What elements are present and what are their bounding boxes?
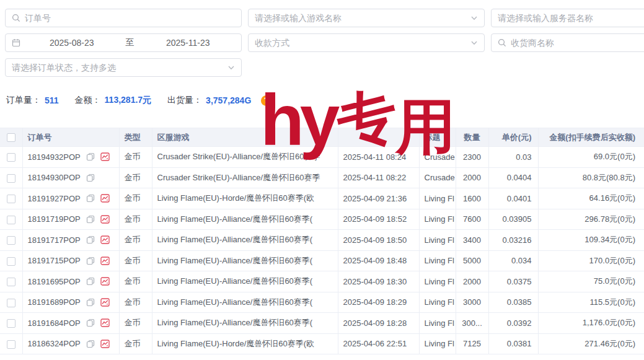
image-icon[interactable] xyxy=(100,277,110,286)
order-time: 2025-04-09 18:28 xyxy=(338,313,419,334)
copy-icon[interactable] xyxy=(86,235,95,244)
order-type: 金币 xyxy=(119,209,152,230)
order-number: 18191684POP xyxy=(28,318,81,328)
copy-icon[interactable] xyxy=(86,298,95,307)
image-icon[interactable] xyxy=(100,235,110,244)
image-icon[interactable] xyxy=(100,257,110,265)
unit-price: 0.03905 xyxy=(488,209,538,230)
merchant-name-input[interactable] xyxy=(511,38,644,48)
row-checkbox[interactable] xyxy=(7,319,15,328)
order-number-search[interactable] xyxy=(5,9,242,27)
table-row: 18191684POP 金币 Living Flame(EU)-Alliance… xyxy=(0,313,644,334)
order-status-input[interactable] xyxy=(12,63,223,72)
copy-icon[interactable] xyxy=(86,340,95,348)
game-name-select[interactable] xyxy=(248,9,485,27)
chevron-down-icon[interactable] xyxy=(470,39,478,46)
quantity: 5000 xyxy=(456,250,488,271)
copy-icon[interactable] xyxy=(86,318,95,327)
row-checkbox[interactable] xyxy=(7,340,15,349)
copy-icon[interactable] xyxy=(86,194,95,203)
table-row: 18191717POP 金币 Living Flame(EU)-Alliance… xyxy=(0,230,644,251)
merchant-name-search[interactable] xyxy=(491,33,644,52)
shipment-label: 出货量： xyxy=(167,95,202,106)
order-type: 金币 xyxy=(119,292,152,313)
table-row: 18194932POP 金币 Crusader Strike(EU)-Allia… xyxy=(0,147,644,168)
chevron-down-icon[interactable] xyxy=(470,14,478,22)
row-checkbox[interactable] xyxy=(7,257,15,266)
server-name-input[interactable] xyxy=(498,13,644,23)
col-amount: 金额(扣手续费后实收额) xyxy=(538,128,644,147)
order-title: Living Fl xyxy=(419,333,456,354)
image-icon[interactable] xyxy=(100,298,110,307)
amount: 271.46元(0元) xyxy=(538,333,644,354)
payment-method-input[interactable] xyxy=(255,38,466,48)
amount: 170.0元(0元) xyxy=(538,250,644,271)
order-number-input[interactable] xyxy=(25,13,235,23)
order-time: 2025-04-09 18:29 xyxy=(338,292,419,313)
amount: 296.78元(0元) xyxy=(538,209,644,230)
row-checkbox[interactable] xyxy=(7,236,15,245)
table-row: 18191689POP 金币 Living Flame(EU)-Alliance… xyxy=(0,292,644,313)
table-row: 18191695POP 金币 Living Flame(EU)-Alliance… xyxy=(0,271,644,292)
order-time: 2025-04-09 21:36 xyxy=(338,188,419,209)
amount-value: 113,281.7元 xyxy=(105,95,152,106)
col-quantity: 数量 xyxy=(456,128,488,147)
unit-price: 0.0392 xyxy=(488,313,538,334)
order-time: 2025-04-09 18:50 xyxy=(338,230,419,251)
amount: 69.0元(0元) xyxy=(538,147,644,168)
col-type: 类型 xyxy=(119,128,152,147)
amount-label: 金额： xyxy=(75,95,101,106)
order-title: Living Fl xyxy=(419,250,456,271)
row-checkbox[interactable] xyxy=(7,153,15,162)
image-icon[interactable] xyxy=(100,318,110,327)
order-time: 2025-04-09 18:52 xyxy=(338,209,419,230)
quantity: 2000 xyxy=(456,271,488,292)
image-icon[interactable] xyxy=(100,194,110,203)
quantity: 300... xyxy=(456,313,488,334)
game-name-input[interactable] xyxy=(255,13,466,23)
quantity: 7600 xyxy=(456,209,488,230)
amount: 1,176.0元(0元) xyxy=(538,313,644,334)
quantity: 2300 xyxy=(456,147,488,168)
image-icon[interactable] xyxy=(100,215,110,224)
image-icon[interactable] xyxy=(100,152,110,161)
copy-icon[interactable] xyxy=(86,152,95,161)
order-number: 18191719POP xyxy=(28,214,81,224)
row-checkbox[interactable] xyxy=(7,174,15,183)
shipment-value: 3,757,284G xyxy=(206,95,251,105)
row-checkbox[interactable] xyxy=(7,278,15,286)
order-status-select[interactable] xyxy=(5,58,242,77)
row-checkbox[interactable] xyxy=(7,299,15,307)
chevron-down-icon[interactable] xyxy=(227,64,235,71)
col-title: 标题 xyxy=(419,128,456,147)
order-type: 金币 xyxy=(119,271,152,292)
amount: 109.34元(0元) xyxy=(538,230,644,251)
col-time xyxy=(338,128,419,147)
unit-price: 0.0381 xyxy=(488,333,538,354)
payment-method-select[interactable] xyxy=(248,33,485,52)
game-server: Living Flame(EU)-Alliance/魔兽怀旧60赛季( xyxy=(152,209,338,230)
order-type: 金币 xyxy=(119,333,152,354)
copy-icon[interactable] xyxy=(86,277,95,286)
game-server: Crusader Strike(EU)-Alliance/魔兽怀旧60赛季 xyxy=(152,147,338,168)
quantity: 1600 xyxy=(456,188,488,209)
quantity: 3000 xyxy=(456,292,488,313)
date-start[interactable]: 2025-08-23 xyxy=(25,38,119,48)
table-header-row: 订单号 类型 区服游戏 标题 数量 单价(元) 金额(扣手续费后实收额) xyxy=(0,128,644,147)
copy-icon[interactable] xyxy=(86,215,95,224)
date-range-picker[interactable]: 2025-08-23 至 2025-11-23 xyxy=(5,33,242,52)
order-title: Living Fl xyxy=(419,209,456,230)
row-checkbox[interactable] xyxy=(7,216,15,224)
order-number: 18194932POP xyxy=(28,152,81,162)
col-order-number: 订单号 xyxy=(22,128,119,147)
copy-icon[interactable] xyxy=(86,173,95,182)
select-all-checkbox[interactable] xyxy=(7,133,15,142)
image-icon[interactable] xyxy=(100,340,110,348)
row-checkbox[interactable] xyxy=(7,195,15,203)
server-name-select[interactable] xyxy=(491,9,644,27)
date-end[interactable]: 2025-11-23 xyxy=(141,38,236,48)
copy-icon[interactable] xyxy=(86,257,95,265)
help-icon[interactable]: ? xyxy=(261,95,271,106)
order-time: 2025-04-06 22:51 xyxy=(338,333,419,354)
quantity: 7125 xyxy=(456,333,488,354)
